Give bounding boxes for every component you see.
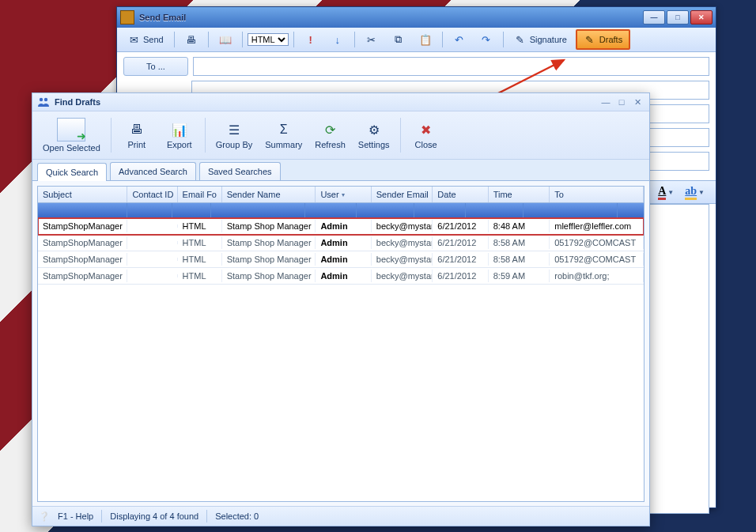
print-button[interactable]: 🖶 [180,31,203,48]
drafts-minimize-button[interactable]: — [599,96,613,108]
cut-button[interactable]: ✂ [360,31,384,48]
cell-time: 8:48 AM [489,220,550,232]
importance-low-button[interactable]: ↓ [326,31,350,48]
ribbon-close-button[interactable]: ✖Close [406,119,447,152]
results-grid: Subject Contact ID Email Fo Sender Name … [37,186,644,502]
status-bar: ❔ F1 - Help Displaying 4 of 4 found Sele… [32,506,649,526]
cell-date: 6/21/2012 [433,270,488,282]
column-header-time[interactable]: Time [489,187,550,202]
separator [205,118,206,153]
cell-email_fo: HTML [178,236,222,249]
cell-user: Admin [316,236,371,249]
column-header-contact-id[interactable]: Contact ID [127,187,177,202]
column-header-date[interactable]: Date [433,187,488,202]
minimize-button[interactable]: — [643,10,665,25]
tab-advanced-search[interactable]: Advanced Search [110,162,196,180]
table-row[interactable]: StampShopManagerHTMLStamp Shop ManagerAd… [38,235,644,251]
cell-time: 8:58 AM [489,253,550,266]
drafts-button[interactable]: ✎ Drafts [576,29,630,50]
send-email-title: Send Email [139,13,643,22]
send-email-app-icon [120,10,134,25]
importance-high-button[interactable]: ! [299,31,323,48]
separator [503,32,504,47]
cell-user: Admin [316,220,371,232]
cell-email_fo: HTML [178,220,222,232]
tab-quick-search[interactable]: Quick Search [37,163,107,181]
export-button[interactable]: 📊Export [159,119,200,152]
envelope-send-icon: ✉ [127,33,140,46]
find-drafts-window: Find Drafts — □ ✕ ➜ Open Selected 🖶Print… [32,92,650,526]
column-header-email-fo[interactable]: Email Fo [178,187,222,202]
copy-button[interactable]: ⧉ [387,31,410,48]
table-row[interactable]: StampShopManagerHTMLStamp Shop ManagerAd… [38,251,644,268]
dropdown-icon: ▼ [667,189,674,196]
cell-to: 051792@COMCAST [550,253,644,266]
highlight-color-button[interactable]: ab ▼ [682,183,708,202]
cell-to: robin@tkf.org; [550,270,644,282]
cell-time: 8:58 AM [489,236,550,249]
cell-date: 6/21/2012 [433,253,488,266]
table-row[interactable]: StampShopManagerHTMLStamp Shop ManagerAd… [38,268,644,285]
find-drafts-titlebar[interactable]: Find Drafts — □ ✕ [32,93,649,111]
column-header-to[interactable]: To [550,187,644,202]
to-field[interactable] [193,57,709,76]
ribbon-print-button[interactable]: 🖶Print [116,119,157,152]
column-header-subject[interactable]: Subject [38,187,127,202]
table-row[interactable]: StampShopManagerHTMLStamp Shop ManagerAd… [38,218,644,235]
filter-icon: ▾ [342,191,345,198]
open-selected-button[interactable]: ➜ Open Selected [37,115,106,155]
tab-saved-searches[interactable]: Saved Searches [199,162,281,180]
undo-button[interactable]: ↶ [448,31,471,48]
to-button[interactable]: To ... [123,57,188,76]
signature-button[interactable]: ✎ Signature [508,31,573,48]
search-tabs: Quick Search Advanced Search Saved Searc… [32,160,649,181]
summary-button[interactable]: ΣSummary [259,119,308,152]
settings-button[interactable]: ⚙Settings [353,119,395,152]
cell-sender_name: Stamp Shop Manager [222,236,316,249]
close-icon: ✖ [418,121,435,138]
font-color-button[interactable]: A ▼ [655,183,677,202]
group-icon: ☰ [225,121,243,138]
status-help[interactable]: F1 - Help [58,511,93,521]
group-by-button[interactable]: ☰Group By [210,119,258,152]
send-email-titlebar[interactable]: Send Email — □ ✕ [117,7,716,28]
cell-date: 6/21/2012 [433,220,488,232]
cell-user: Admin [316,253,371,266]
close-button[interactable]: ✕ [690,10,713,25]
undo-icon: ↶ [453,33,466,46]
column-header-user[interactable]: User▾ [316,187,371,202]
maximize-button[interactable]: □ [667,10,689,25]
highlight-icon: ab [685,185,697,200]
svg-point-1 [40,98,43,101]
cell-user: Admin [316,270,371,282]
separator [101,510,102,523]
find-drafts-ribbon: ➜ Open Selected 🖶Print 📊Export ☰Group By… [32,111,649,160]
cell-email_fo: HTML [178,253,222,266]
cell-to: 051792@COMCAST [550,236,644,249]
grid-filter-row[interactable] [38,203,644,218]
redo-button[interactable]: ↷ [474,31,498,48]
format-select[interactable]: HTML [248,33,289,46]
cell-sender_name: Stamp Shop Manager [222,270,316,282]
separator [442,32,443,47]
drafts-close-button[interactable]: ✕ [630,96,644,108]
separator [354,32,355,47]
cell-contact_id [127,274,177,277]
separator [174,32,175,47]
arrow-down-icon: ↓ [331,33,344,46]
grid-header-row: Subject Contact ID Email Fo Sender Name … [38,187,644,203]
paste-button[interactable]: 📋 [414,31,437,48]
send-email-toolbar: ✉ Send 🖶 📖 HTML ! ↓ ✂ ⧉ 📋 ↶ ↷ ✎ Signatur… [117,28,716,52]
signature-label: Signature [530,35,567,44]
separator [242,32,243,47]
address-book-button[interactable]: 📖 [214,31,237,48]
cell-contact_id [127,224,177,228]
drafts-maximize-button[interactable]: □ [614,96,629,108]
refresh-button[interactable]: ⟳Refresh [309,119,351,152]
column-header-sender-name[interactable]: Sender Name [222,187,316,202]
column-header-sender-email[interactable]: Sender Email [372,187,433,202]
grid-body: StampShopManagerHTMLStamp Shop ManagerAd… [38,218,644,285]
cell-sender_name: Stamp Shop Manager [222,220,316,232]
send-button[interactable]: ✉ Send [122,31,169,48]
separator [400,118,401,153]
